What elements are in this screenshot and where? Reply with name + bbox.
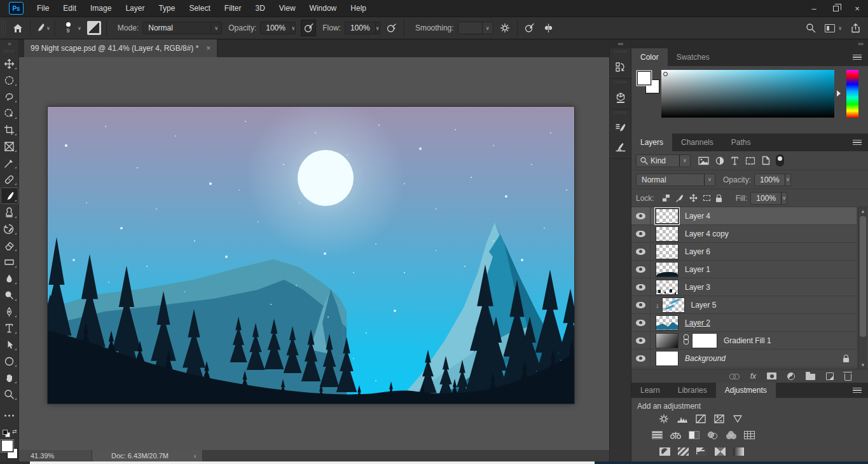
layer-thumbnail[interactable] [656,351,679,366]
tab-color[interactable]: Color [631,48,668,66]
history-brush-tool[interactable] [1,221,18,237]
visibility-toggle[interactable] [631,225,651,242]
brightness-contrast-icon[interactable] [658,414,669,423]
toolbar-expand-icon[interactable]: » [0,39,18,48]
pen-tool[interactable] [1,303,18,320]
layer-thumbnail[interactable] [656,280,679,295]
scroll-down-icon[interactable]: ▼ [858,361,867,369]
close-button[interactable]: × [846,0,868,17]
foreground-color-swatch[interactable] [637,71,651,85]
menu-help[interactable]: Help [343,0,373,17]
delete-layer-icon[interactable] [844,374,851,381]
brush-settings-panel-icon[interactable] [615,123,626,134]
minimize-button[interactable]: – [803,0,825,17]
tab-learn[interactable]: Learn [631,383,669,398]
smoothing-select[interactable]: ∨ [458,22,493,34]
dodge-tool[interactable] [1,287,18,303]
saturation-brightness-field[interactable] [661,70,834,118]
lock-transparency-icon[interactable] [663,194,670,201]
visibility-toggle[interactable] [631,243,651,260]
scroll-up-icon[interactable]: ▲ [858,207,867,215]
menu-window[interactable]: Window [303,0,344,17]
menu-filter[interactable]: Filter [217,0,249,17]
layer-name[interactable]: Background [685,354,726,363]
object-selection-tool[interactable] [1,105,18,121]
shape-tool[interactable] [1,353,18,369]
marquee-tool[interactable] [1,72,18,88]
search-icon[interactable] [806,23,816,33]
document-size[interactable]: Doc: 6.43M/20.7M [92,450,188,461]
brush-pressure-size-icon[interactable] [522,20,537,36]
tab-adjustments[interactable]: Adjustments [716,383,776,398]
shape-layer-filter-icon[interactable] [745,156,755,165]
layer-row[interactable]: Layer 1 [631,261,857,278]
pressure-opacity-icon[interactable] [301,20,316,36]
smart-object-filter-icon[interactable] [762,156,770,165]
visibility-toggle[interactable] [631,207,651,224]
layer-style-icon[interactable]: fx [750,372,756,381]
new-group-icon[interactable] [806,374,815,380]
layer-name[interactable]: Layer 4 copy [685,229,729,238]
foreground-color-swatch[interactable] [1,440,13,452]
layer-blend-mode-select[interactable]: Normal ∨ [636,174,715,186]
eraser-tool[interactable] [1,237,18,254]
type-tool[interactable] [1,320,18,336]
history-panel-icon[interactable] [615,62,626,73]
tab-layers[interactable]: Layers [631,133,672,151]
expand-panels-icon[interactable]: »» [631,39,868,48]
menu-3d[interactable]: 3D [248,0,272,17]
visibility-toggle[interactable] [631,350,651,367]
menu-image[interactable]: Image [83,0,118,17]
clone-stamp-tool[interactable] [1,204,18,221]
lock-pixels-icon[interactable] [675,194,684,202]
menu-layer[interactable]: Layer [118,0,151,17]
filter-toggle[interactable] [776,155,783,166]
black-white-icon[interactable] [689,431,699,439]
link-layers-icon[interactable] [729,374,740,379]
frame-tool[interactable] [1,138,18,154]
zoom-level[interactable]: 41.39% [19,450,92,461]
home-icon[interactable] [10,20,25,36]
scrollbar-thumb[interactable] [860,216,866,337]
collapse-panels-icon[interactable]: «« [610,39,631,48]
layers-scrollbar[interactable]: ▲ ▼ [858,207,867,369]
default-colors-icon[interactable]: ⇄ [3,430,17,439]
lock-artboard-icon[interactable] [703,195,710,201]
pixel-layer-filter-icon[interactable] [698,156,709,165]
layer-fill-select[interactable]: 100% ∨ [750,192,787,205]
paint-symmetry-icon[interactable] [541,20,556,36]
panel-menu-icon[interactable] [853,388,862,393]
layer-thumbnail[interactable] [656,226,679,242]
layer-row[interactable]: Layer 4 [631,207,857,225]
hue-saturation-icon[interactable] [652,431,663,439]
menu-view[interactable]: View [272,0,303,17]
layer-filter-select[interactable]: Kind ∨ [636,154,691,167]
more-tools-icon[interactable] [1,407,18,424]
lock-position-icon[interactable] [689,194,698,202]
levels-icon[interactable] [677,414,687,423]
visibility-toggle[interactable] [631,261,651,278]
opacity-select[interactable]: 100% ∨ [260,22,296,34]
path-selection-tool[interactable] [1,336,18,353]
threshold-icon[interactable] [696,447,707,456]
swap-colors-icon[interactable]: ⇄ [12,428,17,435]
channel-mixer-icon[interactable] [726,431,736,439]
healing-brush-tool[interactable] [1,171,18,188]
tab-libraries[interactable]: Libraries [669,383,716,398]
menu-type[interactable]: Type [151,0,182,17]
new-layer-icon[interactable] [826,372,834,380]
tab-channels[interactable]: Channels [672,133,722,151]
menu-edit[interactable]: Edit [56,0,83,17]
layer-name[interactable]: Layer 6 [685,247,710,256]
blend-mode-select[interactable]: Normal ∨ [142,22,222,34]
layer-mask-thumbnail[interactable] [692,333,717,348]
gradient-tool[interactable] [1,254,18,270]
layer-row[interactable]: Background [631,350,857,367]
restore-button[interactable] [825,0,846,17]
brush-preset-picker[interactable]: 9 [60,18,76,38]
airbrush-icon[interactable] [384,20,399,36]
layer-row[interactable]: ↓ Layer 5 [631,296,857,314]
workspace-switcher[interactable]: ∨ [825,24,842,32]
status-chevron-icon[interactable]: › [188,450,203,461]
gradient-map-icon[interactable] [733,447,744,456]
